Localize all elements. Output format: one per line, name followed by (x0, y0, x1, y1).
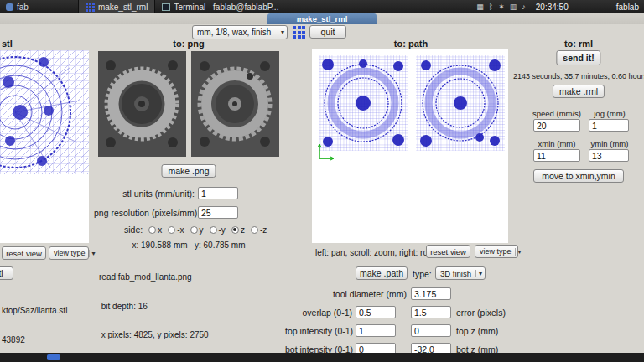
radio-icon (251, 226, 258, 234)
taskbar-item-terminal[interactable]: Terminal - fablab@fablabP... (155, 0, 285, 13)
speed-input[interactable] (533, 119, 580, 132)
chevron-down-icon: ▾ (89, 250, 96, 257)
notifications-icon[interactable]: ✶ (498, 3, 505, 11)
top-intensity-input[interactable] (356, 324, 396, 337)
stl-column-header: stl (2, 39, 13, 49)
preset-dropdown-value: mm, 1/8, wax, finish (197, 28, 271, 37)
stl-reset-view-button[interactable]: reset view (2, 246, 46, 260)
terminal-icon (162, 3, 170, 11)
move-to-xmin-ymin-button[interactable]: move to xmin,ymin (533, 169, 624, 183)
png-dimensions-text: x: 190.588 mm y: 60.785 mm (94, 240, 283, 250)
path-column-header: to: path (285, 39, 537, 49)
path-toolpath-image-bottom (414, 54, 506, 153)
side-option-x[interactable]: x (148, 225, 162, 235)
make-path-button[interactable]: make .path (356, 266, 408, 280)
send-it-button[interactable]: send it! (556, 50, 600, 65)
xmin-input[interactable] (533, 149, 580, 162)
ymin-label: ymin (mm) (589, 139, 631, 148)
radio-icon (190, 226, 198, 234)
fab-modules-logo-icon (292, 25, 306, 39)
taskbar-item-make-stl-rml[interactable]: make_stl_rml (78, 0, 155, 13)
path-type-dropdown[interactable]: 3D finish ▾ (435, 266, 486, 280)
side-option-neg-x[interactable]: -x (168, 225, 184, 235)
load-stl-button[interactable]: .stl (0, 266, 13, 280)
tool-diameter-label: tool diameter (mm) (302, 289, 407, 299)
preset-dropdown[interactable]: mm, 1/8, wax, finish ▾ (192, 25, 288, 39)
path-type-label: type: (413, 269, 432, 279)
stl-info-text: ktop/Saz/llanta.stl 43892 0 96.500000 0 … (2, 287, 67, 362)
desktop-bottom-panel (0, 353, 644, 362)
side-option-neg-y[interactable]: -y (210, 225, 226, 235)
png-resolution-label: png resolution (pixels/mm): (94, 208, 195, 218)
top-z-label: top z (mm) (456, 326, 498, 336)
ymin-input[interactable] (589, 149, 629, 162)
fab-modules-icon (86, 3, 95, 12)
chevron-down-icon: ▾ (475, 270, 482, 277)
path-type-value: 3D finish (440, 269, 471, 278)
speed-label: speed (mm/s) (532, 109, 582, 118)
top-intensity-label: top intensity (0-1) (285, 326, 352, 336)
error-pixels-input[interactable] (411, 306, 451, 318)
side-option-y[interactable]: y (190, 225, 204, 235)
radio-selected-icon (231, 226, 239, 234)
path-view-hint-text: left: pan, scroll: zoom, right: rotate (315, 248, 442, 257)
path-reset-view-button[interactable]: reset view (426, 245, 470, 258)
rml-column-header: to: rml (513, 39, 644, 49)
png-heightmap-image-bottom (191, 51, 279, 157)
applications-menu[interactable]: fab (0, 0, 34, 13)
rml-time-estimate-text: 2143 seconds, 35.7 minutes, 0.60 hours (513, 72, 644, 80)
network-icon[interactable]: ▦ (476, 3, 484, 11)
tool-diameter-input[interactable] (411, 287, 451, 300)
power-icon[interactable]: ▥ (510, 3, 517, 11)
taskbar-item-label: make_stl_rml (98, 3, 148, 12)
png-resolution-input[interactable] (198, 206, 238, 219)
window-titlebar[interactable]: make_stl_rml (0, 13, 644, 24)
side-option-neg-z[interactable]: -z (251, 225, 267, 235)
desktop-top-panel: fab make_stl_rml Terminal - fablab@fabla… (0, 0, 644, 13)
overlap-label: overlap (0-1) (285, 308, 352, 318)
stl-view-type-value: view type (54, 249, 86, 257)
bottom-panel-task-indicator[interactable] (47, 354, 60, 360)
top-z-input[interactable] (411, 324, 451, 337)
path-preview-viewport[interactable] (312, 49, 508, 243)
png-resolution-row: png resolution (pixels/mm): (94, 206, 238, 219)
path-view-type-dropdown[interactable]: view type ▾ (475, 245, 518, 258)
session-user-menu[interactable]: fablab (616, 3, 639, 12)
png-column-header: to: png (94, 39, 283, 49)
window-title: make_stl_rml (267, 13, 377, 24)
chevron-down-icon: ▾ (515, 248, 522, 256)
stl-view-type-dropdown[interactable]: view type ▾ (49, 246, 89, 260)
system-tray: ▦ ᛒ ✶ ▥ ♪ (476, 3, 525, 11)
panel-clock[interactable]: 20:34:50 (536, 3, 569, 12)
png-previews (98, 51, 279, 157)
applications-menu-label: fab (17, 3, 29, 12)
axes-origin-icon (315, 142, 335, 163)
stl-mesh-image (0, 50, 89, 243)
side-selector: side: x -x y -y z -z (124, 225, 267, 235)
side-option-z[interactable]: z (231, 225, 245, 235)
make-rml-button[interactable]: make .rml (553, 85, 605, 98)
bluetooth-icon[interactable]: ᛒ (489, 3, 493, 11)
jog-input[interactable] (589, 119, 629, 132)
overlap-input[interactable] (356, 306, 396, 318)
chevron-down-icon: ▾ (278, 28, 284, 36)
radio-icon (210, 226, 217, 234)
stl-preview-viewport[interactable] (0, 50, 89, 243)
error-pixels-label: error (pixels) (456, 308, 506, 318)
side-label: side: (124, 225, 143, 235)
jog-label: jog (mm) (589, 109, 631, 118)
taskbar-item-label: Terminal - fablab@fablabP... (174, 3, 278, 12)
stl-units-row: stl units (mm/unit): (94, 187, 238, 199)
make-png-button[interactable]: make .png (161, 164, 216, 178)
path-toolpath-image-top (317, 54, 409, 153)
png-heightmap-image-top (98, 51, 186, 157)
applications-menu-icon (6, 3, 13, 11)
stl-units-input[interactable] (198, 187, 238, 199)
volume-icon[interactable]: ♪ (522, 3, 526, 11)
quit-button[interactable]: quit (309, 25, 346, 39)
stl-units-label: stl units (mm/unit): (94, 189, 195, 199)
xmin-label: xmin (mm) (532, 139, 582, 148)
radio-icon (148, 226, 156, 234)
path-view-type-value: view type (480, 247, 512, 256)
radio-icon (168, 226, 175, 234)
